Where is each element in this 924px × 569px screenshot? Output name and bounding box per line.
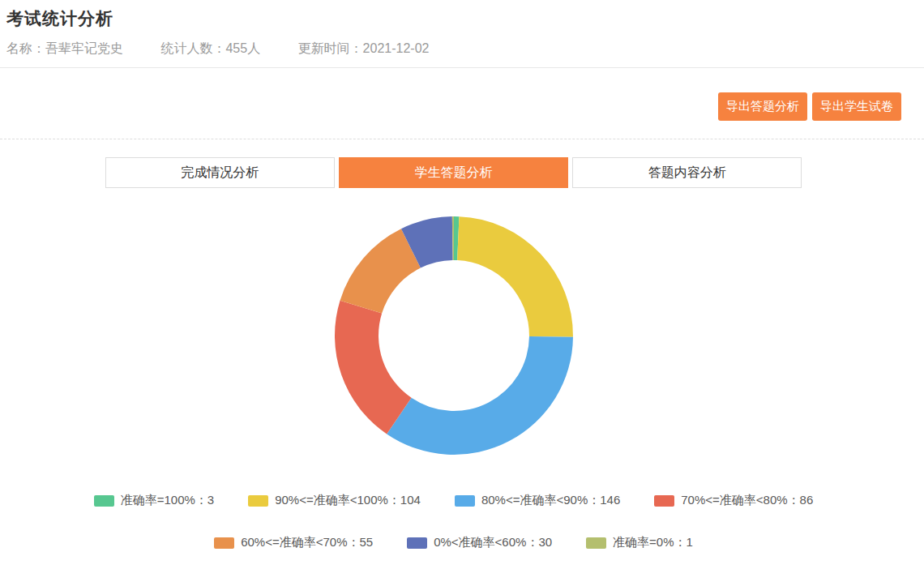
export-student-papers-button[interactable]: 导出学生试卷 xyxy=(812,92,901,121)
legend-swatch xyxy=(214,537,234,549)
legend-swatch xyxy=(248,495,268,507)
meta-participant-count: 统计人数：455人 xyxy=(160,41,260,55)
page-header: 考试统计分析 名称：吾辈牢记党史 统计人数：455人 更新时间：2021-12-… xyxy=(0,0,924,68)
legend-item[interactable]: 70%<=准确率<80%：86 xyxy=(654,493,813,508)
legend-label: 70%<=准确率<80%：86 xyxy=(681,493,813,508)
legend-item[interactable]: 准确率=0%：1 xyxy=(586,535,693,550)
legend-label: 60%<=准确率<70%：55 xyxy=(241,535,373,550)
legend-row-1: 准确率=100%：390%<=准确率<100%：10480%<=准确率<90%：… xyxy=(0,493,907,508)
legend-item[interactable]: 60%<=准确率<70%：55 xyxy=(214,535,373,550)
legend-label: 80%<=准确率<90%：146 xyxy=(481,493,620,508)
meta-exam-name: 名称：吾辈牢记党史 xyxy=(6,41,123,55)
legend-item[interactable]: 90%<=准确率<100%：104 xyxy=(248,493,421,508)
pie-segment[interactable] xyxy=(335,301,412,434)
legend-item[interactable]: 准确率=100%：3 xyxy=(94,493,214,508)
tab-answer-content-analysis[interactable]: 答题内容分析 xyxy=(572,157,802,188)
tab-student-answer-analysis[interactable]: 学生答题分析 xyxy=(339,157,568,188)
legend-swatch xyxy=(654,495,674,507)
donut-chart-svg xyxy=(332,214,575,457)
legend-label: 准确率=100%：3 xyxy=(121,493,214,508)
legend-swatch xyxy=(94,495,114,507)
pie-segment[interactable] xyxy=(457,216,573,336)
meta-exam-name-value: 吾辈牢记党史 xyxy=(45,41,123,55)
legend-label: 90%<=准确率<100%：104 xyxy=(275,493,421,508)
export-answer-analysis-button[interactable]: 导出答题分析 xyxy=(718,92,807,121)
legend-item[interactable]: 80%<=准确率<90%：146 xyxy=(455,493,620,508)
export-toolbar: 导出答题分析 导出学生试卷 xyxy=(0,68,924,139)
legend-swatch xyxy=(407,537,427,549)
legend-row-2: 60%<=准确率<70%：550%<准确率<60%：30准确率=0%：1 xyxy=(0,535,907,550)
meta-participant-count-value: 455人 xyxy=(225,41,260,55)
legend-label: 准确率=0%：1 xyxy=(613,535,693,550)
page-title: 考试统计分析 xyxy=(6,7,924,30)
legend-swatch xyxy=(586,537,606,549)
exam-meta-row: 名称：吾辈牢记党史 统计人数：455人 更新时间：2021-12-02 xyxy=(6,41,924,58)
meta-participant-count-label: 统计人数： xyxy=(160,41,225,55)
meta-exam-name-label: 名称： xyxy=(6,41,45,55)
meta-update-time-label: 更新时间： xyxy=(298,41,363,55)
legend-swatch xyxy=(455,495,475,507)
pie-segment[interactable] xyxy=(387,336,573,455)
analysis-tab-bar: 完成情况分析 学生答题分析 答题内容分析 xyxy=(105,157,802,188)
chart-legend: 准确率=100%：390%<=准确率<100%：10480%<=准确率<90%：… xyxy=(0,493,907,550)
main-content: 完成情况分析 学生答题分析 答题内容分析 准确率=100%：390%<=准确率<… xyxy=(0,157,907,550)
meta-update-time: 更新时间：2021-12-02 xyxy=(298,41,430,55)
legend-item[interactable]: 0%<准确率<60%：30 xyxy=(407,535,552,550)
accuracy-donut-chart xyxy=(0,214,907,457)
legend-label: 0%<准确率<60%：30 xyxy=(434,535,552,550)
tab-completion-analysis[interactable]: 完成情况分析 xyxy=(105,157,335,188)
meta-update-time-value: 2021-12-02 xyxy=(363,41,430,55)
